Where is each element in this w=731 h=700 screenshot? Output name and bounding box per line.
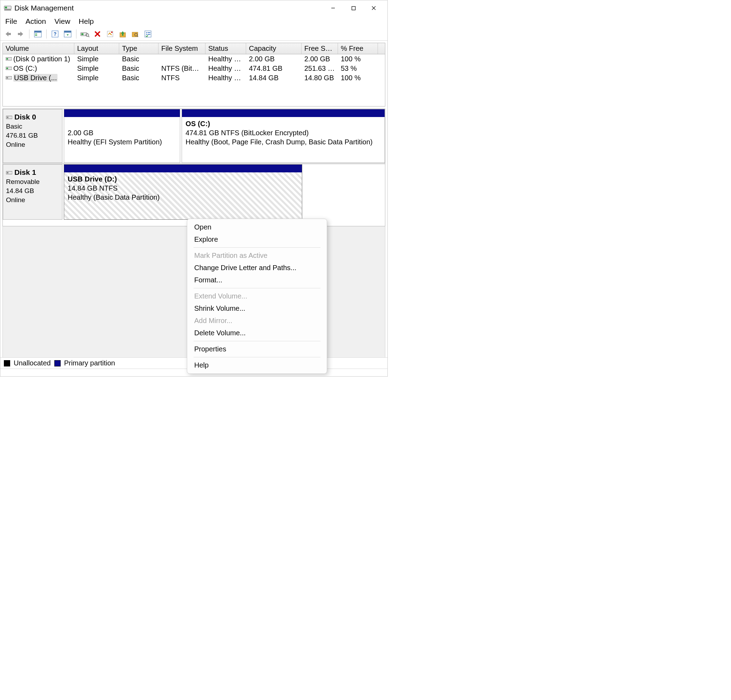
cm-open[interactable]: Open xyxy=(187,221,327,233)
back-button[interactable] xyxy=(3,29,14,39)
cm-explore[interactable]: Explore xyxy=(187,233,327,246)
toolbar: ? xyxy=(0,28,388,41)
context-menu: Open Explore Mark Partition as Active Ch… xyxy=(187,219,327,374)
col-type[interactable]: Type xyxy=(119,43,159,54)
search-folder-button[interactable] xyxy=(130,29,141,39)
cm-delete-volume[interactable]: Delete Volume... xyxy=(187,327,327,339)
status-cell: Healthy (B... xyxy=(206,73,246,82)
volume-row[interactable]: OS (C:)SimpleBasicNTFS (BitLo...Healthy … xyxy=(3,64,385,73)
col-volume[interactable]: Volume xyxy=(3,43,74,54)
forward-button[interactable] xyxy=(15,29,26,39)
layout-cell: Simple xyxy=(74,73,119,82)
svg-point-24 xyxy=(111,32,113,33)
rescan-disks-button[interactable] xyxy=(79,29,91,39)
svg-rect-35 xyxy=(6,58,8,60)
svg-text:?: ? xyxy=(54,31,57,37)
svg-rect-39 xyxy=(6,77,8,79)
svg-rect-37 xyxy=(6,67,8,69)
volume-row[interactable]: USB Drive (...SimpleBasicNTFSHealthy (B.… xyxy=(3,73,385,83)
svg-rect-8 xyxy=(18,33,21,35)
cm-shrink-volume[interactable]: Shrink Volume... xyxy=(187,302,327,315)
toolbar-separator xyxy=(76,29,76,38)
disk-panel: Disk 0Basic476.81 GBOnline 2.00 GBHealth… xyxy=(3,108,385,226)
col-layout[interactable]: Layout xyxy=(74,43,119,54)
menubar: File Action View Help xyxy=(0,16,388,28)
type-cell: Basic xyxy=(119,73,159,82)
partition-block[interactable]: 2.00 GBHealthy (EFI System Partition) xyxy=(64,109,180,163)
cm-mark-active: Mark Partition as Active xyxy=(187,249,327,262)
cm-extend-volume: Extend Volume... xyxy=(187,290,327,302)
disk-label[interactable]: Disk 1Removable14.84 GBOnline xyxy=(3,164,62,220)
svg-rect-11 xyxy=(35,34,37,34)
close-button[interactable] xyxy=(364,2,384,15)
menu-help[interactable]: Help xyxy=(79,17,94,26)
volume-cell: (Disk 0 partition 1) xyxy=(3,55,74,63)
svg-rect-4 xyxy=(352,6,355,10)
volume-cell: OS (C:) xyxy=(3,64,74,73)
help-button[interactable]: ? xyxy=(50,29,61,39)
legend-primary-label: Primary partition xyxy=(64,359,115,367)
drive-icon xyxy=(6,73,12,78)
cm-add-mirror: Add Mirror... xyxy=(187,315,327,327)
minimize-button[interactable] xyxy=(323,2,343,15)
svg-line-20 xyxy=(88,36,90,37)
svg-rect-31 xyxy=(148,32,150,33)
toolbar-separator xyxy=(46,29,47,38)
col-filesystem[interactable]: File System xyxy=(159,43,206,54)
show-hide-console-tree-button[interactable] xyxy=(32,29,44,39)
svg-point-30 xyxy=(146,32,147,33)
cm-separator xyxy=(194,341,320,341)
cm-change-letter[interactable]: Change Drive Letter and Paths... xyxy=(187,262,327,274)
menu-action[interactable]: Action xyxy=(26,17,46,26)
svg-rect-7 xyxy=(8,33,11,35)
partition-block[interactable]: USB Drive (D:)14.84 GB NTFSHealthy (Basi… xyxy=(64,164,302,220)
cm-properties[interactable]: Properties xyxy=(187,343,327,355)
volume-cell: USB Drive (... xyxy=(3,73,74,82)
cm-format[interactable]: Format... xyxy=(187,274,327,286)
cm-separator xyxy=(194,288,320,288)
type-cell: Basic xyxy=(119,64,159,73)
volume-table: Volume Layout Type File System Status Ca… xyxy=(3,43,385,107)
svg-rect-2 xyxy=(4,9,11,10)
filesystem-cell xyxy=(159,55,206,63)
toolbar-separator xyxy=(29,29,29,38)
maximize-button[interactable] xyxy=(343,2,364,15)
col-free-space[interactable]: Free Spa... xyxy=(301,43,338,54)
status-cell: Healthy (B... xyxy=(206,64,246,73)
menu-file[interactable]: File xyxy=(5,17,17,26)
disk-row: Disk 0Basic476.81 GBOnline 2.00 GBHealth… xyxy=(3,109,385,164)
menu-view[interactable]: View xyxy=(54,17,70,26)
svg-rect-41 xyxy=(7,117,9,118)
col-capacity[interactable]: Capacity xyxy=(246,43,301,54)
status-cell: Healthy (E... xyxy=(206,55,246,63)
free-cell: 251.63 GB xyxy=(301,64,338,73)
layout-cell: Simple xyxy=(74,55,119,63)
properties-button[interactable] xyxy=(104,29,116,39)
legend-unallocated-label: Unallocated xyxy=(14,359,51,367)
partition-block[interactable]: OS (C:)474.81 GB NTFS (BitLocker Encrypt… xyxy=(182,109,385,163)
delete-button[interactable] xyxy=(92,29,103,39)
cm-help[interactable]: Help xyxy=(187,359,327,371)
volume-row[interactable]: (Disk 0 partition 1)SimpleBasicHealthy (… xyxy=(3,54,385,64)
svg-rect-16 xyxy=(64,31,71,32)
disk-row: Disk 1Removable14.84 GBOnlineUSB Drive (… xyxy=(3,164,385,220)
svg-rect-1 xyxy=(5,7,7,9)
svg-rect-26 xyxy=(132,32,138,37)
window-title: Disk Management xyxy=(15,4,73,12)
disk-icon xyxy=(6,168,12,173)
free-cell: 14.80 GB xyxy=(301,73,338,82)
col-pct-free[interactable]: % Free xyxy=(338,43,378,54)
disk-label[interactable]: Disk 0Basic476.81 GBOnline xyxy=(3,109,62,163)
pct-free-cell: 100 % xyxy=(338,73,378,82)
app-icon xyxy=(4,4,12,12)
upload-button[interactable] xyxy=(117,29,128,39)
svg-rect-18 xyxy=(81,33,84,35)
legend-swatch-primary xyxy=(54,360,61,366)
show-hide-action-pane-button[interactable] xyxy=(62,29,73,39)
settings-list-button[interactable] xyxy=(142,29,154,39)
svg-rect-10 xyxy=(34,31,41,32)
filesystem-cell: NTFS xyxy=(159,73,206,82)
drive-icon xyxy=(6,55,12,59)
col-status[interactable]: Status xyxy=(206,43,246,54)
legend-swatch-unallocated xyxy=(4,360,10,366)
